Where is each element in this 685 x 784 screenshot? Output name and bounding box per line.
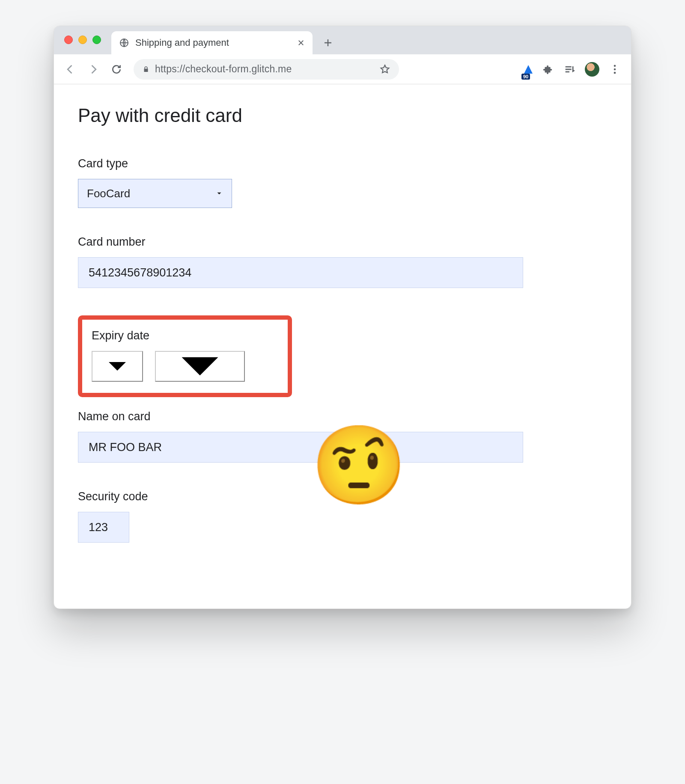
raised-eyebrow-emoji: 🤨 [311,427,407,504]
maximize-window-button[interactable] [92,36,101,44]
globe-icon [119,38,129,48]
card-number-value: 5412345678901234 [89,266,191,279]
card-number-label: Card number [78,235,607,249]
page-content: Pay with credit card Card type FooCard C… [54,84,631,609]
lighthouse-score-badge: 90 [521,74,530,80]
card-type-field: Card type FooCard [78,157,607,208]
back-button[interactable] [62,61,79,78]
close-window-button[interactable] [64,36,73,44]
menu-dots-icon[interactable] [609,63,621,75]
card-number-field: Card number 5412345678901234 [78,235,607,288]
name-input[interactable]: MR FOO BAR [78,432,523,463]
url-text: https://checkout-form.glitch.me [155,63,374,75]
minimize-window-button[interactable] [78,36,87,44]
reading-list-icon[interactable] [563,63,575,75]
security-code-value: 123 [89,521,108,534]
profile-avatar[interactable] [585,62,599,77]
card-number-input[interactable]: 5412345678901234 [78,257,523,288]
lighthouse-extension-icon[interactable]: 90 [524,65,533,74]
forward-button[interactable] [85,61,102,78]
window-controls [64,36,101,44]
bookmark-star-icon[interactable] [379,64,390,75]
card-type-value: FooCard [87,187,130,200]
toolbar-actions: 90 [524,62,623,77]
new-tab-button[interactable] [319,33,337,52]
expiry-highlight-box: Expiry date [78,315,292,397]
card-type-label: Card type [78,157,607,170]
name-label: Name on card [78,410,607,423]
chevron-down-icon [164,330,236,403]
extensions-icon[interactable] [542,63,554,75]
expiry-year-select[interactable] [155,351,245,382]
name-value: MR FOO BAR [89,441,162,454]
expiry-selects [92,351,278,382]
security-code-input[interactable]: 123 [78,512,129,543]
browser-tab[interactable]: Shipping and payment [111,31,313,54]
lock-icon [142,65,150,73]
svg-point-2 [614,68,616,70]
page-title: Pay with credit card [78,105,607,126]
card-type-select[interactable]: FooCard [78,179,232,208]
browser-window: Shipping and payment https://checkout-fo… [54,26,631,609]
chevron-down-icon [215,190,223,197]
chevron-down-icon [100,349,134,383]
tab-title: Shipping and payment [135,37,288,48]
svg-point-1 [614,65,616,67]
reload-button[interactable] [108,61,125,78]
expiry-month-select[interactable] [92,351,143,382]
svg-point-3 [614,71,616,74]
address-bar[interactable]: https://checkout-form.glitch.me [134,59,399,80]
tab-strip: Shipping and payment [54,26,631,54]
browser-toolbar: https://checkout-form.glitch.me 90 [54,54,631,84]
close-tab-icon[interactable] [297,39,305,47]
